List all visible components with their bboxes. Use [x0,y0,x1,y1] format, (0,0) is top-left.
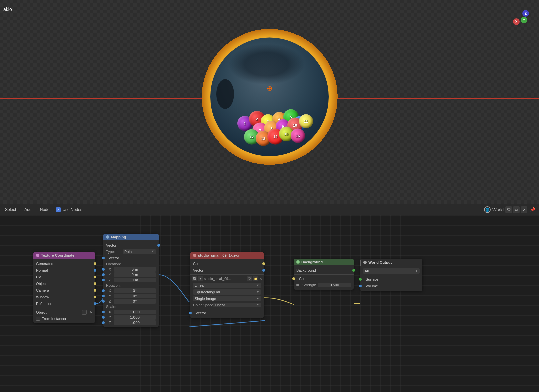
mapping-type-row: Type: Point ▼ [103,249,159,255]
loc-y-val[interactable]: 0 m [114,272,156,277]
world-selector: 🌐 World 🛡 ⧉ ✕ 📌 [484,206,536,213]
add-button[interactable]: Add [23,207,33,213]
loc-y-socket[interactable] [102,273,105,276]
edit-icon[interactable]: ✎ [89,310,92,315]
world-icons: 🛡 ⧉ ✕ [505,206,527,213]
scale-z-val[interactable]: 1.000 [114,320,156,325]
reflection-socket[interactable] [94,302,96,305]
billiard-ball: 11 [299,114,313,128]
rot-z-row: Z 0° [103,299,159,304]
scale-y-val[interactable]: 1.000 [114,315,156,320]
normal-socket[interactable] [94,269,96,272]
wo-surface-socket[interactable] [359,278,362,281]
object-socket[interactable] [94,282,96,285]
mapping-node: Mapping Vector Type: Point ▼ Vector [103,234,159,327]
loc-z-val[interactable]: 0 m [114,278,156,282]
mapping-vector-socket[interactable] [157,244,160,247]
type-dd-arrow: ▼ [151,250,154,254]
mapping-vector-in-socket[interactable] [102,257,105,259]
mapping-type-dropdown[interactable]: Point ▼ [123,249,156,254]
scale-x-val[interactable]: 1.000 [114,310,156,314]
z-axis[interactable]: Z [522,10,529,17]
img-path-row: 🖼 ▼ studio_small_09... 🛡 📁 ✕ [190,275,264,282]
pin-icon[interactable]: 📌 [529,206,536,213]
wo-divider [360,275,422,275]
image-color-socket[interactable] [262,262,265,265]
img-folder-icon[interactable]: 📁 [253,276,258,281]
interpolation-row: Linear ▼ [190,282,264,289]
close-icon[interactable]: ✕ [521,206,527,213]
x-axis[interactable]: X [513,18,520,25]
location-label: Location: [103,261,159,267]
object-label: aklo [3,7,12,12]
use-nodes-toggle[interactable]: Use Nodes [56,207,82,212]
interpolation-dropdown[interactable]: Linear ▼ [193,283,261,288]
rotation-label: Rotation: [103,283,159,288]
scale-x-row: X 1.000 [103,309,159,315]
wo-arrow: ▼ [415,269,418,273]
rot-y-socket[interactable] [102,295,105,297]
generated-socket[interactable] [94,262,96,265]
world-globe-icon[interactable]: 🌐 [484,206,491,213]
bg-output-socket[interactable] [352,269,355,272]
object-row: Object: ✎ [33,309,95,316]
background-node: Background Background Color Strength 0.5… [294,259,354,290]
texcoord-body: Generated Normal UV Object Camera [33,259,95,323]
strength-input[interactable]: 0.500 [318,283,351,287]
img-type-icon: 🖼 [192,276,197,281]
wo-dropdown[interactable]: All ▼ [363,268,420,274]
crosshair-circle [267,86,272,91]
bg-strength-socket[interactable] [296,284,299,286]
image-vector-in-socket[interactable] [189,312,192,314]
rot-y-val[interactable]: 0° [114,294,156,298]
world-output-header: World Output [360,259,422,266]
shield-icon[interactable]: 🛡 [505,206,512,213]
copy-icon[interactable]: ⧉ [513,206,520,213]
loc-x-val[interactable]: 0 m [114,267,156,272]
node-editor: Select Add Node Use Nodes 🌐 World 🛡 ⧉ ✕ … [0,204,539,392]
img-shield-icon[interactable]: 🛡 [247,276,252,281]
rot-x-val[interactable]: 0° [114,288,156,293]
texcoord-object: Object [33,280,95,287]
wo-volume-socket[interactable] [359,285,362,287]
source-dropdown[interactable]: Single Image ▼ [193,296,261,301]
rot-z-val[interactable]: 0° [114,299,156,304]
world-name[interactable]: World [492,207,504,212]
img-dd-icon[interactable]: ▼ [198,276,203,281]
y-axis[interactable]: Y [521,17,527,23]
world-output-icon [363,261,367,264]
image-vector-out-socket[interactable] [262,269,265,272]
bg-color-socket[interactable] [292,277,295,280]
projection-dropdown[interactable]: Equirectangular ▼ [193,289,261,295]
image-title: studio_small_09_1k.exr [198,253,239,257]
mapping-body: Vector Type: Point ▼ Vector Location: [103,240,159,327]
texcoord-normal: Normal [33,267,95,274]
mapping-title: Mapping [111,235,126,239]
uv-socket[interactable] [94,276,96,278]
proj-arrow: ▼ [256,290,259,294]
balls-cluster: 12345678910111213141516 [234,99,305,147]
camera-socket[interactable] [94,289,96,292]
rot-z-socket[interactable] [102,300,105,303]
loc-x-socket[interactable] [102,268,105,271]
scale-y-socket[interactable] [102,316,105,319]
wo-volume-row: Volume [360,283,422,289]
window-socket[interactable] [94,296,96,298]
scale-x-socket[interactable] [102,311,105,313]
bg-color-row: Color [294,275,354,282]
from-instancer-checkbox[interactable] [36,317,40,321]
colorspace-dropdown[interactable]: Linear ▼ [213,303,261,307]
use-nodes-checkbox[interactable] [56,207,61,212]
scale-z-socket[interactable] [102,321,105,324]
img-close-btn[interactable]: ✕ [259,277,262,281]
node-canvas[interactable]: Texture Coordinate Generated Normal UV O… [0,215,539,392]
image-texture-node: studio_small_09_1k.exr Color Vector 🖼 ▼ [190,252,264,318]
strength-label: Strength [302,283,316,287]
inner-bowl: 12345678910111213141516 [210,38,329,156]
rot-x-socket[interactable] [102,289,105,292]
scale-y-row: Y 1.000 [103,315,159,320]
node-button[interactable]: Node [38,207,51,213]
object-swatch[interactable] [82,310,87,315]
select-button[interactable]: Select [3,207,18,213]
loc-z-socket[interactable] [102,279,105,281]
